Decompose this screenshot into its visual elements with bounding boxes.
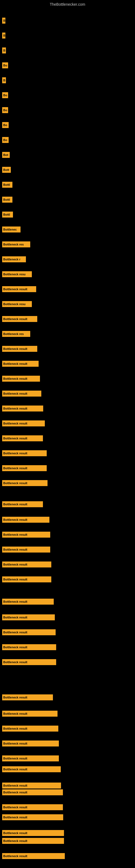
bar-row: Bottleneck result xyxy=(2,629,56,635)
bar-label: Bottleneck result xyxy=(2,316,37,322)
bar-label: Bottleneck result xyxy=(2,782,61,788)
bar-label: Bot xyxy=(2,152,10,158)
bar-label: Bottleneck result xyxy=(2,694,53,701)
bar-row: B xyxy=(2,18,5,24)
bar-label: Bo xyxy=(2,62,8,68)
bar-label: Bottleneck result xyxy=(2,480,48,486)
bar-row: Bottleneck result xyxy=(2,450,47,456)
bar-row: Bo xyxy=(2,62,8,68)
bar-row: Bottleneck result xyxy=(2,421,45,426)
bar-row: B xyxy=(2,48,6,54)
bar-row: Bottleneck result xyxy=(2,532,50,538)
bar-label: Bo xyxy=(2,92,8,98)
bar-label: Bottl xyxy=(2,182,12,188)
bar-row: Bottleneck result xyxy=(2,789,63,795)
bar-row: Bottleneck result xyxy=(2,480,48,486)
bar-row: Bo xyxy=(2,92,8,98)
bar-row: Bottleneck result xyxy=(2,644,56,650)
bar-label: Bottleneck result xyxy=(2,830,64,836)
bar-label: Bottleneck result xyxy=(2,711,57,717)
bar-row: Bottleneck result xyxy=(2,391,41,397)
bar-row: Bot xyxy=(2,152,10,158)
bar-label: Bottl xyxy=(2,197,12,203)
bar-row: Bottleneck result xyxy=(2,766,61,772)
bar-label: Bottleneck result xyxy=(2,421,45,426)
bar-row: Bottleneck result xyxy=(2,853,65,859)
bar-row: Bottleneck result xyxy=(2,782,61,788)
bar-label: Bottleneck res xyxy=(2,331,30,337)
bar-label: Bottleneck r xyxy=(2,256,26,262)
bar-label: Bottleneck result xyxy=(2,450,47,456)
bar-row: Bottleneck result xyxy=(2,711,57,717)
bar-row: Bottleneck result xyxy=(2,346,37,352)
bar-label: Bottleneck result xyxy=(2,755,59,762)
bar-label: Bott xyxy=(2,167,11,173)
bar-row: Bottleneck result xyxy=(2,517,49,523)
bar-row: Bottl xyxy=(2,212,13,218)
bar-row: Bottleneck res xyxy=(2,331,30,337)
bar-label: Bottleneck res xyxy=(2,241,30,247)
bar-label: Bottleneck result xyxy=(2,532,50,538)
bar-label: Bottleneck resu xyxy=(2,301,32,307)
bar-label: Bottleneck result xyxy=(2,599,54,604)
bar-label: Bottleneck result xyxy=(2,659,56,665)
bar-label: Bottleneck result xyxy=(2,561,51,567)
bar-label: Bottleneck result xyxy=(2,838,64,844)
bar-row: Bo xyxy=(2,122,9,128)
bar-row: Bottleneck result xyxy=(2,577,51,582)
bar-label: Bottleneck result xyxy=(2,853,65,859)
bar-label: Bottleneck result xyxy=(2,577,51,582)
bar-row: Bottlenec xyxy=(2,226,20,232)
bar-label: Bottleneck result xyxy=(2,465,47,471)
bar-label: Bottleneck result xyxy=(2,286,36,292)
bar-label: Bottleneck result xyxy=(2,614,55,620)
bar-label: Bottleneck result xyxy=(2,361,39,367)
bar-row: Bottleneck res xyxy=(2,241,30,247)
bar-row: Bottl xyxy=(2,197,12,203)
bar-label: Bo xyxy=(2,107,8,113)
bar-row: Bo xyxy=(2,137,9,143)
bar-label: Bottleneck result xyxy=(2,405,43,411)
bar-row: Bottleneck result xyxy=(2,814,63,820)
bar-row: Bottleneck result xyxy=(2,361,39,367)
bar-row: Bottleneck result xyxy=(2,435,43,441)
bar-row: Bo xyxy=(2,107,8,113)
bar-label: Bottleneck result xyxy=(2,391,41,397)
bar-label: Bottl xyxy=(2,212,13,218)
bar-label: Bottleneck result xyxy=(2,629,56,635)
bar-label: Bottleneck result xyxy=(2,346,37,352)
bar-label: B xyxy=(2,18,5,24)
bar-label: Bo xyxy=(2,137,9,143)
bar-row: Bottleneck resu xyxy=(2,271,32,277)
bar-label: Bottleneck result xyxy=(2,741,59,746)
bar-row: Bottleneck result xyxy=(2,501,43,507)
bar-row: Bott xyxy=(2,167,11,173)
bar-label: Bottlenec xyxy=(2,226,20,232)
bar-label: B xyxy=(2,33,5,38)
bar-row: Bottleneck result xyxy=(2,561,51,567)
bar-row: Bottleneck result xyxy=(2,599,54,604)
bar-row: Bottleneck resu xyxy=(2,301,32,307)
bar-label: Bo xyxy=(2,122,9,128)
bar-row: B xyxy=(2,77,6,83)
bar-label: Bottleneck result xyxy=(2,517,49,523)
bar-label: B xyxy=(2,48,6,54)
bar-row: Bottleneck r xyxy=(2,256,26,262)
bar-label: Bottleneck result xyxy=(2,501,43,507)
bar-label: Bottleneck result xyxy=(2,766,61,772)
bar-row: Bottleneck result xyxy=(2,465,47,471)
bar-row: Bottleneck result xyxy=(2,838,64,844)
bar-row: Bottleneck result xyxy=(2,725,58,732)
bar-row: Bottleneck result xyxy=(2,376,40,382)
bar-row: Bottleneck result xyxy=(2,755,59,762)
bar-row: Bottleneck result xyxy=(2,830,64,836)
bar-row: Bottleneck result xyxy=(2,694,53,701)
bar-label: Bottleneck resu xyxy=(2,271,32,277)
bar-label: Bottleneck result xyxy=(2,725,58,732)
bar-row: Bottleneck result xyxy=(2,614,55,620)
bar-label: Bottleneck result xyxy=(2,644,56,650)
bar-label: Bottleneck result xyxy=(2,376,40,382)
bar-label: Bottleneck result xyxy=(2,814,63,820)
bar-row: Bottleneck result xyxy=(2,316,37,322)
bar-row: Bottleneck result xyxy=(2,405,43,411)
